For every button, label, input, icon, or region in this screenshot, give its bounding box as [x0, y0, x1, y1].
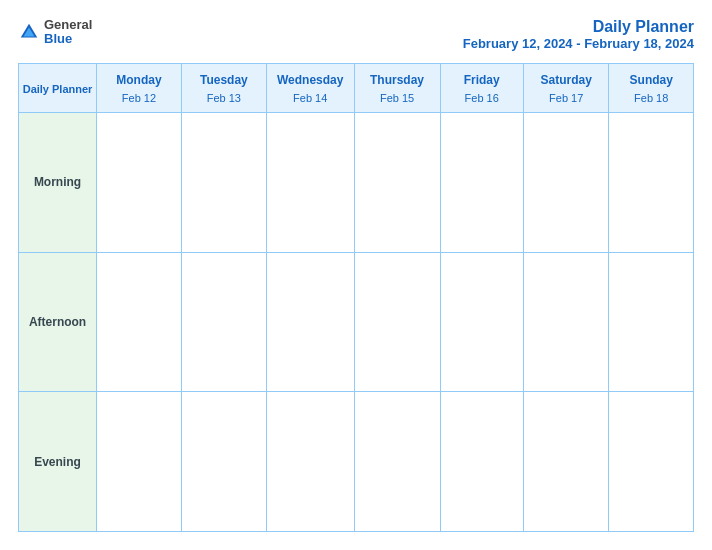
cell-afternoon-saturday[interactable] — [523, 252, 609, 392]
cell-afternoon-friday[interactable] — [440, 252, 523, 392]
cell-evening-friday[interactable] — [440, 392, 523, 532]
col-header-tuesday: TuesdayFeb 13 — [181, 64, 266, 113]
col-header-friday: FridayFeb 16 — [440, 64, 523, 113]
header-row: Daily PlannerMondayFeb 12TuesdayFeb 13We… — [19, 64, 694, 113]
table-row: Afternoon — [19, 252, 694, 392]
cell-evening-thursday[interactable] — [354, 392, 440, 532]
col-header-sunday: SundayFeb 18 — [609, 64, 694, 113]
row-label-evening: Evening — [19, 392, 97, 532]
page-header: General Blue Daily Planner February 12, … — [18, 18, 694, 51]
cell-evening-saturday[interactable] — [523, 392, 609, 532]
col-header-monday: MondayFeb 12 — [97, 64, 182, 113]
col-header-saturday: SaturdayFeb 17 — [523, 64, 609, 113]
title-area: Daily Planner February 12, 2024 - Februa… — [463, 18, 694, 51]
table-row: Evening — [19, 392, 694, 532]
cell-afternoon-wednesday[interactable] — [266, 252, 354, 392]
cell-morning-monday[interactable] — [97, 113, 182, 253]
table-body: MorningAfternoonEvening — [19, 113, 694, 532]
col-header-wednesday: WednesdayFeb 14 — [266, 64, 354, 113]
logo-blue: Blue — [44, 32, 92, 46]
table-row: Morning — [19, 113, 694, 253]
cell-morning-tuesday[interactable] — [181, 113, 266, 253]
cell-morning-saturday[interactable] — [523, 113, 609, 253]
cell-evening-wednesday[interactable] — [266, 392, 354, 532]
logo-icon — [18, 21, 40, 43]
table-header: Daily PlannerMondayFeb 12TuesdayFeb 13We… — [19, 64, 694, 113]
cell-morning-thursday[interactable] — [354, 113, 440, 253]
cell-afternoon-monday[interactable] — [97, 252, 182, 392]
col-header-planner: Daily Planner — [19, 64, 97, 113]
page-title: Daily Planner — [463, 18, 694, 36]
cell-evening-tuesday[interactable] — [181, 392, 266, 532]
date-range: February 12, 2024 - February 18, 2024 — [463, 36, 694, 51]
cell-afternoon-sunday[interactable] — [609, 252, 694, 392]
cell-evening-monday[interactable] — [97, 392, 182, 532]
row-label-morning: Morning — [19, 113, 97, 253]
logo: General Blue — [18, 18, 92, 47]
cell-afternoon-thursday[interactable] — [354, 252, 440, 392]
col-header-thursday: ThursdayFeb 15 — [354, 64, 440, 113]
logo-general: General — [44, 18, 92, 32]
row-label-afternoon: Afternoon — [19, 252, 97, 392]
cell-morning-wednesday[interactable] — [266, 113, 354, 253]
cell-morning-friday[interactable] — [440, 113, 523, 253]
cell-morning-sunday[interactable] — [609, 113, 694, 253]
cell-evening-sunday[interactable] — [609, 392, 694, 532]
planner-page: General Blue Daily Planner February 12, … — [0, 0, 712, 550]
cell-afternoon-tuesday[interactable] — [181, 252, 266, 392]
planner-table: Daily PlannerMondayFeb 12TuesdayFeb 13We… — [18, 63, 694, 532]
